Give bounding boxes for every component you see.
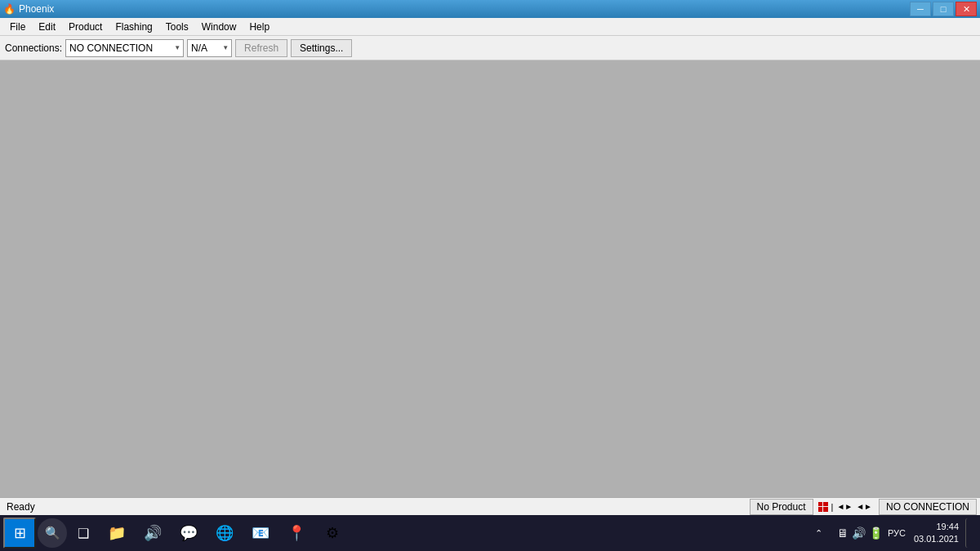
tray-date: 03.01.2021 (914, 533, 959, 545)
menu-item-help[interactable]: Help (243, 19, 276, 35)
maximize-button[interactable]: □ (933, 2, 954, 16)
taskbar-app-files[interactable]: 📁 (100, 518, 134, 549)
taskbar-app-messenger[interactable]: 💬 (172, 518, 206, 549)
taskbar-app-location[interactable]: 📍 (279, 518, 314, 549)
chevron-up-icon: ⌃ (815, 528, 822, 539)
tray-network-icon[interactable]: 🖥 (837, 527, 849, 540)
signal-icon (818, 502, 828, 512)
task-view-icon: ❑ (78, 526, 89, 541)
tray-show-hidden[interactable]: ⌃ (804, 518, 834, 548)
settings-icon: ⚙ (326, 524, 339, 542)
tray-battery-icon[interactable]: 🔋 (869, 527, 883, 540)
status-right: No Product | ◄► ◄► NO CONNECTION (746, 499, 980, 515)
minimize-button[interactable]: ─ (910, 2, 931, 16)
settings-button[interactable]: Settings... (291, 39, 352, 57)
close-button[interactable]: ✕ (956, 2, 977, 16)
search-icon: 🔍 (45, 526, 60, 540)
menu-item-window[interactable]: Window (195, 19, 243, 35)
browser-icon: 🌐 (216, 524, 234, 542)
taskbar-app-mail[interactable]: 📧 (243, 518, 278, 549)
app-title: Phoenix (19, 3, 54, 15)
messenger-icon: 💬 (180, 524, 198, 542)
menu-item-file[interactable]: File (3, 19, 32, 35)
connections-select[interactable]: NO CONNECTION (65, 39, 184, 57)
mail-icon: 📧 (252, 524, 270, 542)
system-tray: ⌃ 🖥 🔊 🔋 РУС 19:44 03.01.2021 (798, 518, 977, 548)
arrows-icon: ◄► (836, 502, 853, 511)
tray-language[interactable]: РУС (886, 528, 907, 538)
status-ready: Ready (0, 501, 746, 513)
separator2-icon: ◄► (854, 502, 874, 511)
separator-icon: | (830, 502, 835, 512)
tray-clock[interactable]: 19:44 03.01.2021 (911, 521, 962, 546)
menu-item-product[interactable]: Product (62, 19, 109, 35)
task-view-button[interactable]: ❑ (69, 518, 98, 548)
start-button[interactable]: ⊞ (3, 518, 36, 549)
port-select[interactable]: N/A (187, 39, 232, 57)
files-icon: 📁 (108, 524, 126, 542)
status-icons: | ◄► ◄► (815, 502, 877, 512)
refresh-button[interactable]: Refresh (235, 39, 287, 57)
status-bar: Ready No Product | ◄► ◄► NO CONNECTION (0, 497, 980, 515)
taskbar-app-settings[interactable]: ⚙ (315, 518, 350, 549)
tray-time: 19:44 (914, 521, 959, 533)
toolbar: Connections: NO CONNECTION N/A Refresh S… (0, 36, 980, 60)
status-connection: NO CONNECTION (879, 499, 977, 515)
menu-bar: File Edit Product Flashing Tools Window … (0, 18, 980, 36)
location-icon: 📍 (287, 524, 305, 542)
app-icon: 🔥 (3, 3, 15, 15)
title-bar: 🔥 Phoenix ─ □ ✕ (0, 0, 980, 18)
main-content-area (0, 60, 980, 497)
connections-label: Connections: (5, 42, 62, 54)
connections-select-wrapper: NO CONNECTION (65, 39, 184, 57)
tray-volume-icon[interactable]: 🔊 (852, 527, 866, 540)
taskbar-app-browser[interactable]: 🌐 (207, 518, 242, 549)
taskbar-app-audio[interactable]: 🔊 (136, 518, 170, 549)
status-product: No Product (750, 499, 813, 515)
port-select-wrapper: N/A (187, 39, 232, 57)
search-button[interactable]: 🔍 (38, 518, 67, 548)
menu-item-tools[interactable]: Tools (159, 19, 195, 35)
menu-item-flashing[interactable]: Flashing (109, 19, 158, 35)
show-desktop-button[interactable] (965, 518, 970, 548)
taskbar: ⊞ 🔍 ❑ 📁 🔊 💬 🌐 📧 📍 ⚙ ⌃ 🖥 🔊 🔋 РУС 19:44 03… (0, 515, 980, 551)
menu-item-edit[interactable]: Edit (32, 19, 62, 35)
audio-icon: 🔊 (144, 524, 162, 542)
